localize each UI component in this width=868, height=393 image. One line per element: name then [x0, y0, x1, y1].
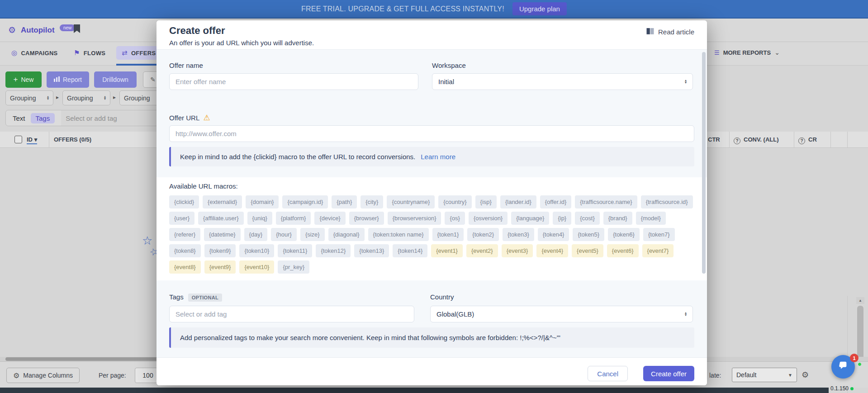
tags-input[interactable]: Select or add tag: [169, 306, 414, 322]
gear-icon[interactable]: ⚙: [802, 370, 809, 380]
macro-chip[interactable]: {token14}: [393, 244, 427, 257]
grouping-select-2[interactable]: Grouping ▴▾: [62, 90, 110, 105]
offer-name-input[interactable]: Enter offer name: [169, 73, 418, 90]
macro-chip[interactable]: {cost}: [575, 212, 600, 225]
macro-chip[interactable]: {event7}: [642, 244, 674, 257]
macro-chip[interactable]: {city}: [360, 195, 383, 208]
macro-chip[interactable]: {path}: [332, 195, 357, 208]
macro-chip[interactable]: {token:token name}: [368, 228, 429, 241]
macro-chip[interactable]: {pr_key}: [278, 260, 309, 274]
macro-chip[interactable]: {uniq}: [247, 212, 272, 225]
macro-chip[interactable]: {event4}: [536, 244, 568, 257]
template-select[interactable]: Default ▼: [732, 368, 797, 382]
macro-chip[interactable]: {token11}: [278, 244, 312, 257]
macro-chip[interactable]: {token2}: [467, 228, 499, 241]
status-dot: [850, 387, 854, 390]
macro-chip[interactable]: {token7}: [643, 228, 675, 241]
macro-chip[interactable]: {event6}: [607, 244, 639, 257]
macro-chip[interactable]: {size}: [300, 228, 325, 241]
macro-chip[interactable]: {event8}: [169, 260, 201, 274]
macro-chip[interactable]: {ip}: [553, 212, 571, 225]
macro-chip[interactable]: {datetime}: [204, 228, 241, 241]
new-button[interactable]: + New: [5, 71, 42, 88]
offer-url-input[interactable]: http://www.offer.com: [169, 125, 694, 142]
macro-chip[interactable]: {token10}: [239, 244, 274, 257]
scroll-up-arrow[interactable]: ▲: [856, 297, 864, 304]
read-article-link[interactable]: Read article: [646, 28, 694, 36]
macro-chip[interactable]: {offer.id}: [540, 195, 571, 208]
macro-chip[interactable]: {osversion}: [469, 212, 508, 225]
macro-chip[interactable]: {token12}: [316, 244, 351, 257]
macro-chip[interactable]: {token6}: [608, 228, 640, 241]
more-reports-icon: ☰: [714, 49, 720, 56]
filter-mode-text[interactable]: Text: [13, 114, 25, 122]
template-label-fragment: late:: [709, 372, 721, 379]
macro-chip[interactable]: {affiliate.user}: [198, 212, 244, 225]
offer-url-label: Offer URL ⚠: [169, 113, 210, 123]
report-chart-icon: [54, 76, 60, 83]
macro-chip[interactable]: {countryname}: [387, 195, 435, 208]
select-all-checkbox[interactable]: [14, 136, 22, 143]
filter-mode-tags[interactable]: Tags: [31, 113, 55, 123]
macro-chip[interactable]: {domain}: [246, 195, 279, 208]
modal-scrollbar[interactable]: [702, 52, 706, 274]
macro-chip[interactable]: {token13}: [354, 244, 389, 257]
macro-chip[interactable]: {event9}: [204, 260, 236, 274]
tab-offers[interactable]: ⇄ OFFERS: [116, 46, 161, 60]
macro-chip[interactable]: {language}: [511, 212, 549, 225]
macro-chip[interactable]: {clickid}: [169, 195, 199, 208]
learn-more-link[interactable]: Learn more: [421, 153, 455, 161]
macro-chip[interactable]: {token9}: [204, 244, 236, 257]
manage-columns-button[interactable]: ⚙ Manage Columns: [6, 368, 80, 383]
brand-autopilot[interactable]: Autopilot: [21, 26, 55, 35]
column-id[interactable]: ID ▾: [27, 136, 37, 144]
macro-chip[interactable]: {platform}: [276, 212, 311, 225]
macro-chip[interactable]: {trafficsource.name}: [575, 195, 637, 208]
macro-chip[interactable]: {campaign.id}: [282, 195, 328, 208]
macro-chip[interactable]: {token4}: [538, 228, 569, 241]
trial-banner-text: FREE TRIAL. UPGRADE & GET FULL ACCESS IN…: [301, 5, 504, 13]
macro-chip[interactable]: {trafficsource.id}: [641, 195, 693, 208]
more-reports-menu[interactable]: ☰ MORE REPORTS ⌄: [714, 49, 780, 56]
macro-chip[interactable]: {user}: [169, 212, 194, 225]
drilldown-button[interactable]: Drilldown: [94, 71, 137, 88]
macro-chip[interactable]: {hour}: [271, 228, 297, 241]
create-offer-modal: Create offer An offer is your ad URL whi…: [157, 20, 707, 385]
macro-chip[interactable]: {token5}: [573, 228, 604, 241]
macro-chip[interactable]: {brand}: [603, 212, 632, 225]
macro-chip[interactable]: {lander.id}: [500, 195, 536, 208]
updown-icon: ▴▾: [685, 312, 687, 317]
macro-chip[interactable]: {os}: [445, 212, 465, 225]
macro-chip[interactable]: {browser}: [349, 212, 384, 225]
upgrade-plan-button[interactable]: Upgrade plan: [512, 2, 567, 15]
question-circle-icon[interactable]: ?: [734, 137, 740, 144]
workspace-select[interactable]: Initial ▴▾: [432, 73, 693, 90]
macro-chip[interactable]: {model}: [636, 212, 666, 225]
macro-chip[interactable]: {event10}: [239, 260, 274, 274]
macro-chip[interactable]: {browserversion}: [388, 212, 441, 225]
cancel-button[interactable]: Cancel: [588, 366, 628, 381]
macro-chip[interactable]: {referer}: [169, 228, 200, 241]
macro-chip[interactable]: {diagonal}: [328, 228, 365, 241]
macro-chip[interactable]: {token1}: [432, 228, 464, 241]
tab-flows[interactable]: ⚑ FLOWS: [74, 46, 105, 60]
macro-chip[interactable]: {country}: [438, 195, 471, 208]
grouping-select-1[interactable]: Grouping ▴▾: [5, 90, 53, 105]
macro-chip[interactable]: {token8}: [169, 244, 201, 257]
macro-chip[interactable]: {device}: [314, 212, 345, 225]
macro-chip[interactable]: {isp}: [475, 195, 497, 208]
macro-chip[interactable]: {event5}: [572, 244, 603, 257]
report-button[interactable]: Report: [47, 71, 89, 88]
macro-chip[interactable]: {token3}: [503, 228, 534, 241]
macro-chip[interactable]: {day}: [244, 228, 268, 241]
macro-chip[interactable]: {event3}: [502, 244, 533, 257]
macro-chip[interactable]: {externalid}: [203, 195, 242, 208]
macro-chip[interactable]: {event2}: [466, 244, 498, 257]
country-select[interactable]: Global(GLB) ▴▾: [430, 306, 693, 322]
updown-icon: ▴▾: [47, 96, 49, 100]
question-circle-icon[interactable]: ?: [798, 137, 805, 144]
macro-chip[interactable]: {event1}: [431, 244, 463, 257]
create-offer-button[interactable]: Create offer: [643, 366, 694, 381]
tab-campaigns[interactable]: ◎ CAMPAIGNS: [11, 46, 58, 60]
plus-icon: +: [14, 75, 18, 84]
